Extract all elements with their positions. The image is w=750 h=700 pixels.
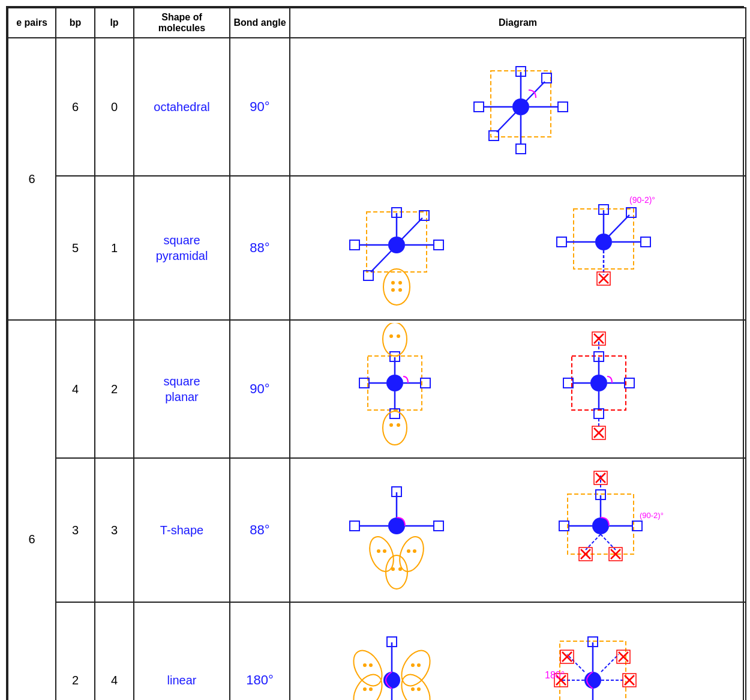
header-lp: lp <box>95 8 134 38</box>
svg-point-46 <box>386 375 403 391</box>
header-shape: Shape of molecules <box>134 8 230 38</box>
svg-rect-35 <box>557 237 566 247</box>
svg-line-21 <box>402 218 422 239</box>
svg-point-27 <box>398 281 402 285</box>
linear-svg-left <box>329 605 455 700</box>
header-bp: bp <box>56 8 95 38</box>
svg-rect-4 <box>516 144 526 154</box>
svg-point-62 <box>590 375 607 391</box>
svg-point-28 <box>391 288 395 292</box>
diagram-cell-3 <box>290 320 746 458</box>
chemistry-table: e pairs bp lp Shape of molecules Bond an… <box>7 7 746 700</box>
lp-cell-2: 2 <box>95 320 134 458</box>
shape-cell-tshape: T-shape <box>134 458 230 602</box>
svg-point-131 <box>411 687 415 691</box>
svg-point-128 <box>411 663 415 667</box>
tshape-svg-right: (90-2)° <box>541 461 703 599</box>
bondangle-cell-1: 90° <box>230 38 290 176</box>
diagram-inner-2: (90-2)° <box>293 179 743 317</box>
lp-cell-0: 0 <box>95 38 134 176</box>
svg-point-123 <box>369 663 373 667</box>
svg-line-151 <box>601 654 619 672</box>
octahedral-svg <box>452 41 584 173</box>
svg-point-56 <box>389 334 393 338</box>
shape-label-linear: linear <box>167 674 197 687</box>
table-row: 2 4 linear 180° <box>8 602 746 700</box>
svg-text:180°: 180° <box>545 670 565 680</box>
svg-point-29 <box>398 288 402 292</box>
bondangle-label-2: 88° <box>250 240 269 255</box>
diagram-cell-1 <box>290 38 746 176</box>
svg-point-93 <box>391 567 395 571</box>
diagram-cell-5: 180° <box>290 602 746 700</box>
svg-line-11 <box>497 113 515 132</box>
shape-label-squarepyramidal: squarepyramidal <box>156 234 208 262</box>
svg-point-87 <box>377 549 380 553</box>
svg-point-122 <box>363 663 367 667</box>
bp-cell-6: 6 <box>56 38 95 176</box>
epairs-cell-6b: 6 <box>8 320 56 700</box>
header-epairs: e pairs <box>8 8 56 38</box>
svg-line-38 <box>609 215 629 236</box>
table-row: 6 6 0 octahedral 90° <box>8 38 746 176</box>
header-diagram: Diagram <box>290 8 746 38</box>
bondangle-cell-3: 90° <box>230 320 290 458</box>
lp-cell-3: 3 <box>95 458 134 602</box>
svg-point-132 <box>417 687 421 691</box>
svg-point-94 <box>398 567 402 571</box>
shape-cell-octahedral: octahedral <box>134 38 230 176</box>
svg-text:(90-2)°: (90-2)° <box>629 195 655 205</box>
shape-label-octahedral: octahedral <box>154 100 209 113</box>
svg-rect-18 <box>350 240 359 250</box>
bondangle-label-1: 90° <box>250 99 269 114</box>
bp-cell-4: 4 <box>56 320 95 458</box>
svg-point-90 <box>407 549 410 553</box>
svg-point-59 <box>389 423 393 427</box>
diagram-inner-4: (90-2)° <box>293 461 743 599</box>
svg-point-91 <box>413 549 416 553</box>
svg-point-60 <box>397 423 400 427</box>
sqplanar-svg-left <box>335 323 455 455</box>
epairs-cell-6: 6 <box>8 38 56 320</box>
bondangle-cell-4: 88° <box>230 458 290 602</box>
table-row: 5 1 squarepyramidal 88° <box>8 176 746 320</box>
shape-label-tshape: T-shape <box>160 523 203 537</box>
diagram-inner-3 <box>293 323 743 455</box>
header-bondangle: Bond angle <box>230 8 290 38</box>
svg-point-88 <box>383 549 386 553</box>
svg-text:(90-2)°: (90-2)° <box>640 511 664 520</box>
shape-cell-squarepyramidal: squarepyramidal <box>134 176 230 320</box>
bondangle-label-3: 90° <box>250 381 269 396</box>
svg-point-25 <box>383 269 410 305</box>
bondangle-label-5: 180° <box>246 672 274 687</box>
shape-cell-linear: linear <box>134 602 230 700</box>
svg-rect-85 <box>434 521 443 531</box>
sqpyramidal-svg-right: (90-2)° <box>541 179 703 317</box>
svg-point-126 <box>369 687 373 691</box>
svg-line-9 <box>526 82 545 101</box>
diagram-inner-5: 180° <box>293 605 743 700</box>
main-table-wrapper: e pairs bp lp Shape of molecules Bond an… <box>6 6 744 700</box>
shape-cell-squareplanar: squareplanar <box>134 320 230 458</box>
bp-cell-2: 2 <box>56 602 95 700</box>
svg-point-125 <box>363 687 367 691</box>
bondangle-label-4: 88° <box>250 522 269 537</box>
svg-point-92 <box>386 555 407 589</box>
tshape-svg-left <box>334 461 460 599</box>
svg-line-23 <box>371 251 391 272</box>
bp-cell-5: 5 <box>56 176 95 320</box>
lp-cell-4: 4 <box>95 602 134 700</box>
svg-rect-10 <box>542 73 551 83</box>
svg-rect-6 <box>474 102 484 112</box>
table-row: 3 3 T-shape 88° <box>8 458 746 602</box>
svg-point-129 <box>417 663 421 667</box>
svg-point-57 <box>397 334 400 338</box>
svg-point-55 <box>383 323 407 356</box>
sqpyramidal-svg-left <box>334 182 460 314</box>
bp-cell-3: 3 <box>56 458 95 602</box>
lp-cell-1: 1 <box>95 176 134 320</box>
linear-svg-right: 180° <box>527 605 707 700</box>
svg-rect-20 <box>434 240 443 250</box>
diagram-cell-2: (90-2)° <box>290 176 746 320</box>
diagram-inner-1 <box>293 41 743 173</box>
